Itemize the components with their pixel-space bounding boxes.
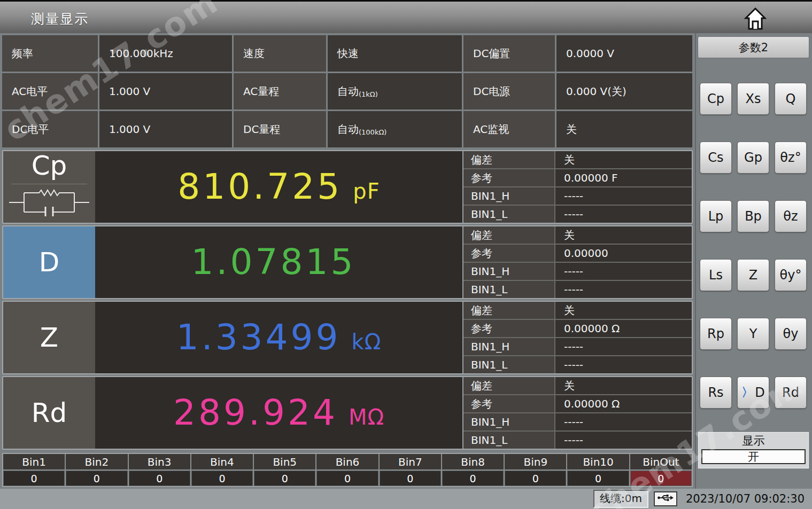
param-button-label: D (755, 385, 764, 400)
parallel-rc-circuit-icon (9, 189, 89, 223)
bin-count: 0 (567, 471, 629, 486)
bin-count: 0 (254, 471, 315, 486)
selected-marker-icon: 〉 (741, 385, 753, 401)
param-button-label: θy° (780, 268, 802, 283)
reference-label: 参考 (463, 245, 554, 262)
usb-icon (657, 494, 674, 504)
bin-header: Bin8 (442, 454, 504, 469)
bin1l-value: ----- (555, 356, 692, 373)
param-button-thetaz[interactable]: θz (775, 200, 807, 232)
param-panel-cp[interactable]: Cp (3, 151, 95, 223)
param-button-label: Gp (744, 150, 762, 165)
param-panel-z[interactable]: Z (3, 302, 95, 373)
param-button-label: Cs (708, 150, 723, 165)
display-on-button[interactable]: 开 (701, 449, 806, 464)
deviation-label: 偏差 (463, 151, 554, 168)
param-button-label: Rd (782, 385, 799, 400)
param-name: Rd (32, 398, 67, 428)
bin1h-value: ----- (555, 338, 692, 355)
param-button-rp[interactable]: Rp (700, 318, 732, 350)
param-button-z[interactable]: Z (737, 259, 769, 291)
bin-header: BinOut (630, 454, 692, 469)
reference-label: 参考 (463, 320, 554, 337)
param-panel-rd[interactable]: Rd (3, 377, 95, 449)
divider (11, 184, 87, 184)
param-button-label: Rs (708, 385, 723, 400)
bin1l-label: BIN1_L (463, 206, 554, 223)
deviation-label: 偏差 (463, 302, 554, 319)
datetime: 2023/10/07 09:02:30 (686, 492, 805, 505)
measurement-value-z: 1.33499 kΩ (95, 302, 462, 373)
detail-table-rd: 偏差 关 参考 0.00000 Ω BIN1_H ----- BIN1_L --… (462, 377, 692, 449)
measurement-rows: Cp 810.725 pF (2, 150, 693, 450)
bin-count: 0 (66, 471, 127, 486)
ac-monitor-value[interactable]: 关 (556, 111, 692, 147)
speed-value[interactable]: 快速 (328, 35, 462, 72)
param-button-y[interactable]: Y (737, 318, 769, 350)
param-button-thetay[interactable]: θy (775, 318, 807, 350)
bin-header: Bin6 (316, 454, 378, 469)
param-button-d-selected[interactable]: 〉 D (737, 377, 769, 409)
detail-table-z: 偏差 关 参考 0.00000 Ω BIN1_H ----- BIN1_L --… (462, 302, 692, 373)
bin-header: Bin9 (505, 454, 566, 469)
dc-source-value[interactable]: 0.000 V(关) (556, 73, 692, 109)
measurement-value-rd: 289.924 MΩ (95, 377, 462, 449)
deviation-label: 偏差 (463, 377, 554, 394)
param2-header-button[interactable]: 参数2 (698, 36, 809, 58)
param-button-label: Lp (708, 209, 724, 224)
dc-bias-value[interactable]: 0.0000 V (556, 35, 692, 72)
param-button-rs[interactable]: Rs (700, 377, 732, 409)
cable-length-indicator[interactable]: 线缆:0m (593, 490, 648, 508)
deviation-value: 关 (555, 302, 692, 319)
bin-count: 0 (380, 471, 441, 486)
param-panel-d[interactable]: D (3, 226, 95, 298)
param-button-row: Cs Gp θz° (700, 142, 807, 174)
param-button-rd[interactable]: Rd (775, 377, 807, 409)
param-button-thetaz-deg[interactable]: θz° (775, 142, 807, 174)
bin-count: 0 (3, 471, 65, 486)
bin1l-value: ----- (555, 206, 692, 223)
dc-level-value[interactable]: 1.000 V (99, 111, 232, 147)
status-bar: 线缆:0m 2023/10/07 09:02:30 (0, 489, 812, 509)
freq-value[interactable]: 100.000kHz (99, 35, 232, 72)
param-button-lp[interactable]: Lp (700, 200, 732, 232)
home-button[interactable] (744, 7, 767, 30)
freq-label: 频率 (2, 35, 98, 72)
param-button-bp[interactable]: Bp (737, 200, 769, 232)
param-button-thetay-deg[interactable]: θy° (775, 259, 807, 291)
param-button-cs[interactable]: Cs (700, 142, 732, 174)
dc-level-label: DC电平 (2, 111, 98, 147)
param-button-label: Z (749, 268, 757, 283)
bin1l-value: ----- (555, 432, 692, 449)
title-bar: 测量显示 (0, 0, 812, 33)
param-button-row: Rp Y θy (700, 318, 807, 350)
param-button-row: Lp Bp θz (700, 200, 807, 232)
param-button-label: Xs (746, 91, 761, 106)
usb-status-box (654, 491, 677, 506)
param-button-q[interactable]: Q (775, 83, 807, 115)
unit: kΩ (352, 330, 382, 354)
measurement-value-d: 1.07815 (95, 226, 462, 298)
display-label: 显示 (698, 432, 809, 449)
param-button-label: Ls (709, 268, 723, 283)
ac-range-label: AC量程 (234, 73, 326, 109)
param-button-row: Ls Z θy° (700, 259, 807, 291)
ac-range-value[interactable]: 自动(1kΩ) (328, 73, 462, 109)
bin-header: Bin1 (3, 454, 65, 469)
display-panel: 显示 开 (698, 432, 809, 469)
bin1l-label: BIN1_L (463, 281, 554, 298)
measurement-row-cp: Cp 810.725 pF (2, 150, 693, 224)
bin-header: Bin3 (129, 454, 190, 469)
dc-range-value[interactable]: 自动(100kΩ) (328, 111, 462, 147)
param-button-ls[interactable]: Ls (700, 259, 732, 291)
bin-header: Bin7 (380, 454, 441, 469)
param-button-gp[interactable]: Gp (737, 142, 769, 174)
measurement-value-cp: 810.725 pF (95, 151, 462, 223)
param-button-cp[interactable]: Cp (700, 83, 732, 115)
param-button-label: Rp (707, 326, 724, 341)
bin1h-label: BIN1_H (463, 187, 554, 205)
param-button-xs[interactable]: Xs (737, 83, 769, 115)
speed-label: 速度 (234, 35, 326, 72)
bin-count: 0 (129, 471, 190, 486)
ac-level-value[interactable]: 1.000 V (99, 73, 232, 109)
